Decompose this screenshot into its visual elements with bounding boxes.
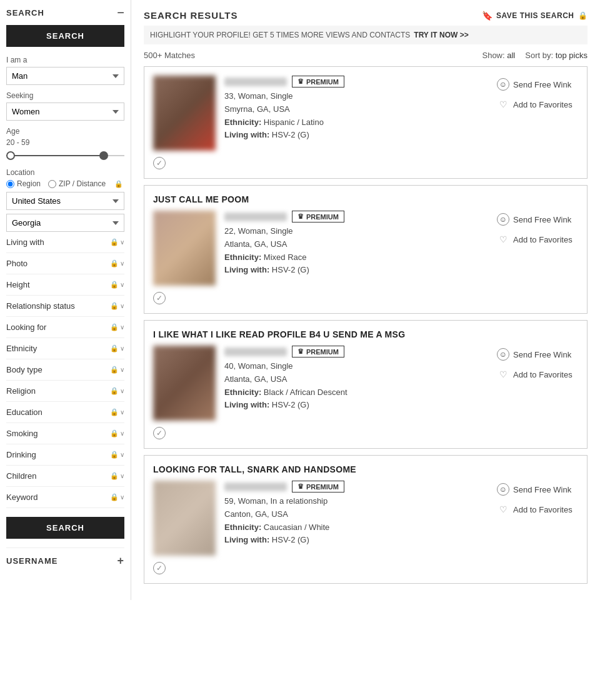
sidebar-collapse-button[interactable]: − [117,6,124,19]
filter-lock-icon: 🔒 [110,344,119,352]
filter-lock-icon: 🔒 [110,429,119,438]
main-header: SEARCH RESULTS 🔖 SAVE THIS SEARCH 🔒 [144,10,588,21]
crown-icon: ♛ [298,348,304,356]
profile-photo[interactable] [153,211,216,286]
filter-row-height[interactable]: Height 🔒 ∨ [6,274,124,296]
check-circle-button[interactable]: ✓ [153,157,166,169]
filter-row-keyword[interactable]: Keyword 🔒 ∨ [6,487,124,508]
card-footer: ✓ [153,562,578,574]
seeking-select[interactable]: Women [6,102,124,121]
add-favorites-button[interactable]: ♡ Add to Favorites [497,98,578,111]
profile-photo[interactable] [153,346,216,421]
filter-row-relationship-status[interactable]: Relationship status 🔒 ∨ [6,296,124,317]
region-radio-label[interactable]: Region [6,179,41,188]
search-button-bottom[interactable]: SEARCH [6,517,124,539]
search-button[interactable]: SEARCH [6,25,124,47]
profile-ethnicity: Ethnicity: Caucasian / White [224,521,488,534]
chevron-down-icon: ∨ [120,281,124,288]
i-am-a-select[interactable]: Man [6,67,124,85]
filter-row-religion[interactable]: Religion 🔒 ∨ [6,381,124,402]
zip-radio[interactable] [48,180,56,188]
filter-label: Children [6,471,36,481]
slider-thumb-min[interactable] [6,151,15,160]
chevron-down-icon: ∨ [120,388,124,394]
add-favorites-button[interactable]: ♡ Add to Favorites [497,368,578,381]
card-info: ♛ PREMIUM 33, Woman, Single Smyrna, GA, … [224,76,488,151]
filter-label: Drinking [6,450,36,459]
i-am-a-label: I am a [6,56,124,64]
filter-row-children[interactable]: Children 🔒 ∨ [6,466,124,487]
chevron-down-icon: ∨ [120,345,124,352]
chevron-down-icon: ∨ [120,260,124,267]
send-wink-button[interactable]: ☺ Send Free Wink [497,483,578,496]
crown-icon: ♛ [298,212,304,221]
card-actions: ☺ Send Free Wink ♡ Add to Favorites [497,76,578,151]
age-gender-status: 40, Woman, Single [224,360,488,373]
check-circle-button[interactable]: ✓ [153,427,166,439]
sidebar-title: SEARCH [6,8,44,18]
save-search-button[interactable]: 🔖 SAVE THIS SEARCH 🔒 [482,11,588,21]
add-favorites-button[interactable]: ♡ Add to Favorites [497,233,578,246]
slider-thumb-max[interactable] [99,151,108,160]
filter-row-smoking[interactable]: Smoking 🔒 ∨ [6,423,124,444]
filter-row-body-type[interactable]: Body type 🔒 ∨ [6,359,124,381]
location-lock-icon: 🔒 [114,180,123,188]
filter-row-looking-for[interactable]: Looking for 🔒 ∨ [6,317,124,338]
profile-location: Atlanta, GA, USA [224,238,488,251]
card-name-row: ♛ PREMIUM [224,211,488,222]
blurred-name [224,348,287,356]
profile-photo[interactable] [153,481,216,556]
check-circle-button[interactable]: ✓ [153,292,166,304]
zip-radio-label[interactable]: ZIP / Distance [48,179,106,188]
results-bar: 500+ Matches Show: all Sort by: top pick… [144,51,588,60]
filter-row-photo[interactable]: Photo 🔒 ∨ [6,253,124,274]
filter-lock-icon: 🔒 [110,238,119,246]
sort-value[interactable]: top picks [556,51,588,60]
send-wink-button[interactable]: ☺ Send Free Wink [497,213,578,226]
age-slider[interactable] [6,149,124,162]
profile-location: Atlanta, GA, USA [224,373,488,386]
card-info: ♛ PREMIUM 59, Woman, In a relationship C… [224,481,488,556]
show-value[interactable]: all [507,51,515,60]
chevron-down-icon: ∨ [120,472,124,479]
filter-row-ethnicity[interactable]: Ethnicity 🔒 ∨ [6,338,124,359]
heart-icon: ♡ [497,503,509,516]
premium-label: PREMIUM [306,78,339,86]
card-footer: ✓ [153,292,578,304]
card-footer: ✓ [153,427,578,439]
card-title: JUST CALL ME POOM [153,194,578,204]
matches-count: 500+ Matches [144,51,195,60]
username-expand-button[interactable]: + [117,554,124,568]
premium-label: PREMIUM [306,483,339,491]
check-circle-button[interactable]: ✓ [153,562,166,574]
profile-photo[interactable] [153,76,216,151]
filter-row-drinking[interactable]: Drinking 🔒 ∨ [6,444,124,466]
add-favorites-button[interactable]: ♡ Add to Favorites [497,503,578,516]
chevron-down-icon: ∨ [120,430,124,437]
try-it-now-link[interactable]: TRY IT NOW >> [414,31,468,39]
filter-row-living-with[interactable]: Living with 🔒 ∨ [6,232,124,253]
card-details: 22, Woman, Single Atlanta, GA, USA Ethni… [224,225,488,277]
chevron-down-icon: ∨ [120,302,124,309]
filter-label: Living with [6,238,44,247]
region-label: Region [17,179,41,188]
send-wink-button[interactable]: ☺ Send Free Wink [497,78,578,91]
filter-lock-icon: 🔒 [110,451,119,459]
send-wink-label: Send Free Wink [513,215,571,224]
chevron-down-icon: ∨ [120,366,124,373]
filter-label: Height [6,280,30,289]
profile-ethnicity: Ethnicity: Mixed Race [224,251,488,264]
age-gender-status: 33, Woman, Single [224,90,488,103]
add-favorites-label: Add to Favorites [513,505,572,514]
send-wink-button[interactable]: ☺ Send Free Wink [497,348,578,361]
region-radio[interactable] [6,180,14,188]
state-select[interactable]: Georgia [6,214,124,232]
blurred-name [224,78,287,86]
country-select[interactable]: United States [6,192,124,210]
add-favorites-label: Add to Favorites [513,235,572,244]
save-icon: 🔖 [482,11,493,21]
lock-icon: 🔒 [578,11,588,20]
filter-label: Smoking [6,429,38,438]
filter-row-education[interactable]: Education 🔒 ∨ [6,402,124,423]
chevron-down-icon: ∨ [120,324,124,331]
